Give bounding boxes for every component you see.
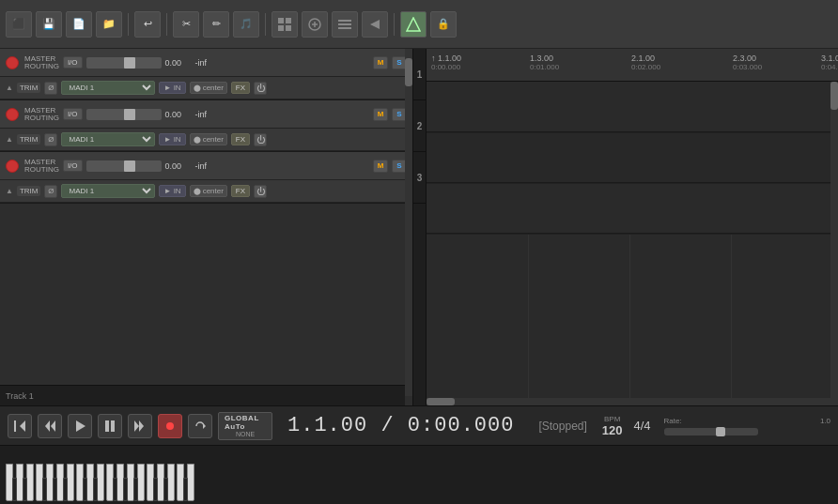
piano-key-ds2[interactable]	[93, 478, 98, 501]
svg-point-19	[166, 422, 174, 430]
bpm-value[interactable]: 120	[602, 423, 623, 437]
pause-button[interactable]	[98, 414, 122, 438]
svg-marker-10	[20, 420, 25, 432]
piano-key-fs3[interactable]	[183, 478, 188, 501]
loop-button[interactable]	[188, 414, 212, 438]
toolbar-icon-1[interactable]: ⬛	[6, 11, 32, 38]
timeline-grid[interactable]	[427, 82, 838, 405]
track-3-vol-slider[interactable]	[86, 160, 162, 172]
track-2-header: MASTER ROUTING I/O 0.00 -inf M S	[0, 100, 412, 129]
piano-key-as1[interactable]	[63, 478, 68, 501]
track-3-vol-val: 0.00	[165, 161, 192, 171]
track-2-in-btn[interactable]: ► IN	[159, 133, 185, 145]
play-button[interactable]	[68, 414, 92, 438]
track-1-pan-val: -inf	[195, 58, 219, 68]
track-3-center-btn[interactable]: ⬤ center	[190, 185, 227, 197]
toolbar-icon-5[interactable]: ↩	[134, 11, 161, 38]
piano-key-cs1[interactable]	[12, 478, 17, 501]
track-2-midi-select[interactable]: MADI 1	[61, 132, 155, 146]
toolbar-icon-13[interactable]	[400, 11, 427, 38]
forward-button[interactable]	[128, 414, 152, 438]
svg-rect-16	[111, 420, 115, 432]
piano-key-cs2[interactable]	[83, 478, 87, 501]
track-1-record-btn[interactable]	[6, 56, 19, 69]
track-3-header: MASTER ROUTING I/O 0.00 -inf M S	[0, 152, 412, 180]
toolbar-icon-2[interactable]: 💾	[36, 11, 62, 38]
track-3-m-btn[interactable]: M	[373, 160, 388, 173]
record-button[interactable]	[158, 414, 182, 438]
track-2-record-btn[interactable]	[6, 108, 19, 121]
time-sig-val: 4/4	[634, 419, 651, 433]
track-2: MASTER ROUTING I/O 0.00 -inf M S ▲ TRIM …	[0, 100, 412, 152]
track-1-fx-btn[interactable]: FX	[231, 82, 250, 94]
track-1-vol-slider[interactable]	[86, 57, 162, 69]
track-1-io-btn[interactable]: I/O	[63, 56, 83, 69]
piano-key-e3[interactable]	[167, 464, 175, 501]
track-3-trim-label: TRIM	[17, 186, 41, 196]
toolbar-icon-8[interactable]: 🎵	[233, 11, 259, 38]
piano-key-fs1[interactable]	[42, 478, 47, 501]
back-button[interactable]	[38, 414, 62, 438]
track-3-midi-select[interactable]: MADI 1	[61, 184, 155, 198]
track-2-center-btn[interactable]: ⬤ center	[190, 133, 227, 145]
track-2-phase-btn[interactable]: Ø	[44, 133, 57, 146]
track-1-center-btn[interactable]: ⬤ center	[190, 82, 227, 94]
rewind-button[interactable]	[8, 414, 32, 438]
svg-rect-6	[338, 23, 351, 25]
piano-key-cs3[interactable]	[153, 478, 158, 501]
toolbar-icon-6[interactable]: ✂	[173, 11, 199, 38]
toolbar-sep-3	[265, 13, 266, 36]
toolbar-icon-11[interactable]	[332, 11, 358, 38]
global-auto-box[interactable]: GLOBAL AuTo NONE	[218, 412, 272, 440]
track-2-power-btn[interactable]: ⏻	[254, 133, 267, 146]
right-panel-vscroll[interactable]	[830, 82, 838, 405]
timeline-marker-2: 1.3.00 0:01.000	[530, 53, 559, 71]
toolbar-icon-3[interactable]: 📄	[66, 11, 92, 38]
time-sig-box[interactable]: 4/4	[634, 419, 651, 433]
track-1-m-btn[interactable]: M	[373, 56, 388, 69]
piano-key-as2[interactable]	[133, 478, 138, 501]
svg-rect-2	[278, 25, 284, 31]
piano-key-gs1[interactable]	[53, 478, 57, 501]
track-2-m-btn[interactable]: M	[373, 108, 388, 121]
svg-marker-8	[370, 20, 380, 29]
track-3-in-btn[interactable]: ► IN	[159, 185, 185, 197]
toolbar-icon-10[interactable]	[302, 11, 328, 38]
rate-slider[interactable]	[664, 428, 758, 435]
track-3-fx-btn[interactable]: FX	[231, 185, 250, 197]
bpm-label: BPM	[604, 415, 620, 423]
piano-key-b1[interactable]	[67, 464, 74, 501]
stopped-label: [Stopped]	[538, 420, 586, 433]
piano-key-ds3[interactable]	[163, 478, 168, 501]
track-3-phase-btn[interactable]: Ø	[44, 185, 57, 198]
track-1-in-btn[interactable]: ► IN	[159, 82, 185, 94]
track-1-phase-btn[interactable]: Ø	[44, 82, 57, 95]
piano-key-e1[interactable]	[26, 464, 34, 501]
piano-key-b2[interactable]	[137, 464, 145, 501]
track-3-io-btn[interactable]: I/O	[63, 160, 83, 172]
svg-rect-0	[278, 18, 284, 23]
piano-key-ds1[interactable]	[23, 478, 27, 501]
track-2-vol-slider[interactable]	[86, 109, 162, 120]
toolbar-icon-9[interactable]	[272, 11, 298, 38]
left-panel-scrollbar[interactable]	[405, 49, 412, 396]
track-3-record-btn[interactable]	[6, 160, 19, 173]
right-panel-hscroll[interactable]	[427, 398, 830, 405]
toolbar-icon-4[interactable]: 📁	[96, 11, 122, 38]
track-2-io-btn[interactable]: I/O	[63, 108, 83, 120]
piano-key-gs2[interactable]	[123, 478, 128, 501]
toolbar-sep-2	[166, 13, 167, 36]
track-2-fx-btn[interactable]: FX	[231, 133, 250, 145]
track-1-vol-val: 0.00	[165, 58, 192, 68]
toolbar-icon-12[interactable]	[362, 11, 388, 38]
track-1-midi-select[interactable]: MADI 1	[61, 81, 155, 95]
toolbar-icon-14[interactable]: 🔒	[430, 11, 457, 38]
piano-key-e2[interactable]	[97, 464, 104, 501]
piano-key-fs2[interactable]	[113, 478, 117, 501]
piano-key-g3[interactable]	[187, 464, 194, 501]
track-3-power-btn[interactable]: ⏻	[254, 185, 267, 198]
left-panel: MASTER ROUTING I/O 0.00 -inf M S ▲ TRIM	[0, 49, 413, 405]
track-1-power-btn[interactable]: ⏻	[254, 82, 267, 95]
toolbar-icon-7[interactable]: ✏	[203, 11, 229, 38]
mini-piano-row	[0, 446, 838, 504]
